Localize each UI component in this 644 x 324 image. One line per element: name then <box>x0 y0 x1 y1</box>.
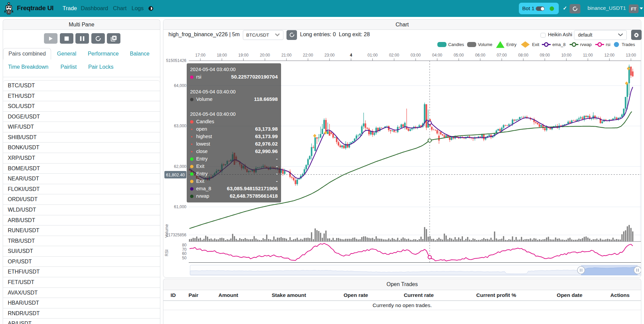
svg-text:19:00: 19:00 <box>238 53 249 58</box>
svg-text:09:00: 09:00 <box>540 53 550 58</box>
svg-text:11:00: 11:00 <box>583 53 593 58</box>
svg-text:Entry: Entry <box>506 42 516 47</box>
svg-text:Trades: Trades <box>622 42 635 47</box>
svg-text:rsi: rsi <box>606 42 611 47</box>
svg-text:Candles: Candles <box>448 42 464 47</box>
svg-text:4: 4 <box>350 53 352 58</box>
svg-text:06:00: 06:00 <box>475 53 485 58</box>
svg-text:63,000: 63,000 <box>174 124 186 128</box>
svg-text:rvwap: rvwap <box>580 42 592 47</box>
svg-text:05:00: 05:00 <box>454 53 464 58</box>
svg-text:13:00: 13:00 <box>626 53 636 58</box>
svg-text:10:00: 10:00 <box>561 53 571 58</box>
svg-text:17:00: 17:00 <box>195 53 205 58</box>
svg-text:07:00: 07:00 <box>497 53 507 58</box>
svg-text:61,000: 61,000 <box>174 204 186 209</box>
svg-text:21:00: 21:00 <box>281 53 292 58</box>
svg-text:Volume: Volume <box>478 42 492 47</box>
svg-text:23:00: 23:00 <box>324 53 335 58</box>
svg-text:03:00: 03:00 <box>411 53 421 58</box>
svg-text:01:00: 01:00 <box>368 53 378 58</box>
svg-text:62,000: 62,000 <box>174 164 186 169</box>
svg-text:64,000: 64,000 <box>174 83 186 88</box>
svg-text:08:00: 08:00 <box>518 53 528 58</box>
svg-text:18:00: 18:00 <box>217 53 227 58</box>
svg-text:RSI: RSI <box>164 250 169 256</box>
svg-text:ema_8: ema_8 <box>552 42 566 47</box>
svg-text:515051426: 515051426 <box>166 58 186 63</box>
svg-text:Exit: Exit <box>532 42 539 47</box>
svg-text:20:00: 20:00 <box>260 53 270 58</box>
svg-text:22:00: 22:00 <box>303 53 313 58</box>
svg-text:50: 50 <box>182 256 187 260</box>
svg-text:12:00: 12:00 <box>604 53 615 58</box>
svg-text:Volume: Volume <box>164 224 169 238</box>
svg-text:04:00: 04:00 <box>432 53 442 58</box>
svg-text:02:00: 02:00 <box>389 53 399 58</box>
svg-text:61,802.40: 61,802.40 <box>166 173 185 177</box>
